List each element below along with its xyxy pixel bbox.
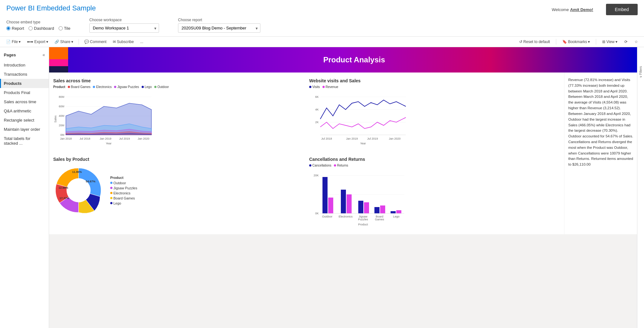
star-icon: ☆: [634, 40, 638, 44]
charts-insights-row: Sales across time Product Board Games El…: [49, 73, 637, 234]
cancellations-title: Cancellations and Returns: [309, 157, 560, 162]
sidebar-header: Pages «: [0, 50, 49, 60]
svg-text:2K: 2K: [315, 121, 319, 124]
visits-svg: 6K 4K 2K Jul 2018 Jan 2019 Jul 2019 Jan …: [309, 91, 411, 151]
main-layout: Pages « Introduction Transactions Produc…: [0, 47, 644, 328]
svg-text:0K: 0K: [315, 212, 319, 215]
top-bar: Power BI Embedded Sample Welcome Amit De…: [0, 0, 644, 37]
radio-group[interactable]: Report Dashboard Tile: [6, 26, 70, 31]
workspace-select-wrapper[interactable]: Demo Workspace 1: [89, 23, 159, 33]
sidebar-item-qa[interactable]: Q&A arithmetic: [0, 106, 49, 116]
svg-text:Sales: Sales: [54, 115, 57, 123]
legend-title: Product: [110, 176, 137, 180]
sales-time-svg: 80M 60M 40M 20M 0M Sales: [53, 91, 155, 151]
sidebar-item-introduction[interactable]: Introduction: [0, 60, 49, 70]
embed-type-label: Choose embed type: [6, 20, 70, 24]
report-select[interactable]: 2020SU09 Blog Demo - September: [178, 23, 260, 33]
insight-4: Outdoor accounted for 54.67% of Sales.: [568, 134, 633, 139]
welcome-user: Amit Demo!: [570, 7, 593, 12]
cancellations-chart: Cancellations and Returns Cancellations …: [307, 154, 563, 231]
cancellations-svg: 20K 0K: [309, 169, 407, 228]
bar-outdoor-cancel: [322, 177, 328, 213]
share-button[interactable]: 🔗 Share ▾: [52, 39, 75, 45]
sidebar-item-total-labels[interactable]: Total labels for stacked ...: [0, 134, 49, 148]
sidebar-item-transactions[interactable]: Transactions: [0, 70, 49, 79]
report-area: Product Analysis Sales across time Produ…: [49, 47, 637, 328]
legend-board-games: Board Games: [68, 85, 91, 89]
block-pink: [49, 59, 68, 66]
refresh-icon: ⟳: [624, 40, 628, 44]
sidebar-item-maintain-layer[interactable]: Maintain layer order: [0, 125, 49, 134]
bar-bg-cancel: [374, 207, 379, 213]
bar-elec-return: [347, 194, 352, 213]
welcome-text: Welcome: [552, 7, 569, 12]
star-button[interactable]: ☆: [632, 39, 640, 45]
svg-text:Jan 2018: Jan 2018: [60, 137, 72, 140]
radio-dashboard[interactable]: Dashboard: [29, 26, 54, 31]
svg-text:Jan 2020: Jan 2020: [137, 137, 149, 140]
legend-cancellations: Cancellations: [309, 164, 331, 167]
bar-lego-cancel: [391, 211, 396, 213]
svg-text:Jan 2019: Jan 2019: [346, 137, 358, 140]
more-button[interactable]: ...: [138, 39, 145, 45]
workspace-selector: Choose workspace Demo Workspace 1: [89, 18, 159, 33]
bar-jig-return: [364, 202, 369, 213]
sidebar-collapse-button[interactable]: «: [42, 52, 45, 57]
refresh-button[interactable]: ⟳: [622, 39, 630, 45]
comment-icon: 💬: [84, 40, 89, 44]
bookmark-icon: 🔖: [562, 40, 567, 44]
embed-type-section: Choose embed type Report Dashboard Tile: [6, 20, 70, 31]
report-label: Choose report: [178, 18, 260, 22]
sidebar: Pages « Introduction Transactions Produc…: [0, 47, 49, 328]
filters-panel[interactable]: ∨ Filters: [637, 47, 644, 328]
bookmarks-button[interactable]: 🔖 Bookmarks ▾: [560, 39, 592, 45]
donut-svg: 54.67% 17.37% 12.98% 11.96%: [53, 165, 104, 216]
reset-button[interactable]: ↺ Reset to default: [517, 39, 552, 45]
radio-report[interactable]: Report: [6, 26, 24, 31]
sidebar-item-products[interactable]: Products: [0, 79, 49, 88]
svg-text:Jul 2018: Jul 2018: [80, 137, 90, 140]
sidebar-item-rect-select[interactable]: Rectangle select: [0, 116, 49, 125]
comment-button[interactable]: 💬 Comment: [82, 39, 109, 45]
insight-5: Cancellations and Returns diverged the m…: [568, 139, 633, 167]
website-visits-legend: Visits Revenue: [309, 85, 560, 89]
report-select-wrapper[interactable]: 2020SU09 Blog Demo - September: [178, 23, 260, 33]
toolbar-right: ↺ Reset to default 🔖 Bookmarks ▾ ⊞ View …: [517, 39, 640, 45]
subscribe-button[interactable]: ✉ Subscribe: [111, 39, 136, 45]
chevron-down-icon: ∨: [639, 76, 642, 78]
block-orange: [49, 47, 68, 59]
radio-dashboard-label: Dashboard: [34, 26, 54, 31]
file-button[interactable]: 📄 File ▾: [4, 39, 23, 45]
website-visits-title: Website visits and Sales: [309, 78, 560, 83]
view-button[interactable]: ⊞ View ▾: [600, 39, 620, 45]
sidebar-item-products-final[interactable]: Products Final: [0, 88, 49, 97]
legend-electronics: Electronics: [93, 85, 112, 89]
donut-area: 54.67% 17.37% 12.98% 11.96% Product Outd…: [53, 165, 304, 216]
bar-jig-cancel: [358, 201, 363, 213]
toolbar-sep-2: [556, 39, 556, 45]
export-button[interactable]: ⬅➡ Export ▾: [25, 39, 50, 45]
legend-returns: Returns: [334, 164, 348, 167]
sales-product-chart: Sales by Product: [51, 154, 307, 231]
share-icon: 🔗: [54, 40, 59, 44]
radio-tile-label: Tile: [64, 26, 70, 31]
svg-text:Lego: Lego: [393, 215, 399, 218]
svg-text:Outdoor: Outdoor: [322, 215, 333, 218]
svg-text:Puzzles: Puzzles: [358, 218, 368, 221]
block-dark: [49, 66, 68, 73]
bar-bg-return: [380, 205, 385, 213]
sidebar-item-sales-time[interactable]: Sales across time: [0, 97, 49, 106]
svg-text:Jul 2019: Jul 2019: [119, 137, 130, 140]
website-visits-chart: Website visits and Sales Visits Revenue …: [307, 76, 563, 154]
radio-tile[interactable]: Tile: [59, 26, 70, 31]
sales-time-title: Sales across time: [53, 78, 304, 83]
legend-jigsaw: Jigsaw Puzzles: [114, 85, 139, 89]
svg-text:40M: 40M: [59, 114, 64, 117]
legend-lego-donut: Lego: [110, 201, 137, 205]
svg-text:Year: Year: [106, 142, 112, 145]
svg-text:20M: 20M: [59, 124, 64, 127]
workspace-select[interactable]: Demo Workspace 1: [89, 23, 159, 33]
svg-text:4K: 4K: [315, 108, 319, 111]
toolbar-sep-1: [79, 39, 79, 45]
embed-button[interactable]: Embed: [606, 4, 638, 15]
